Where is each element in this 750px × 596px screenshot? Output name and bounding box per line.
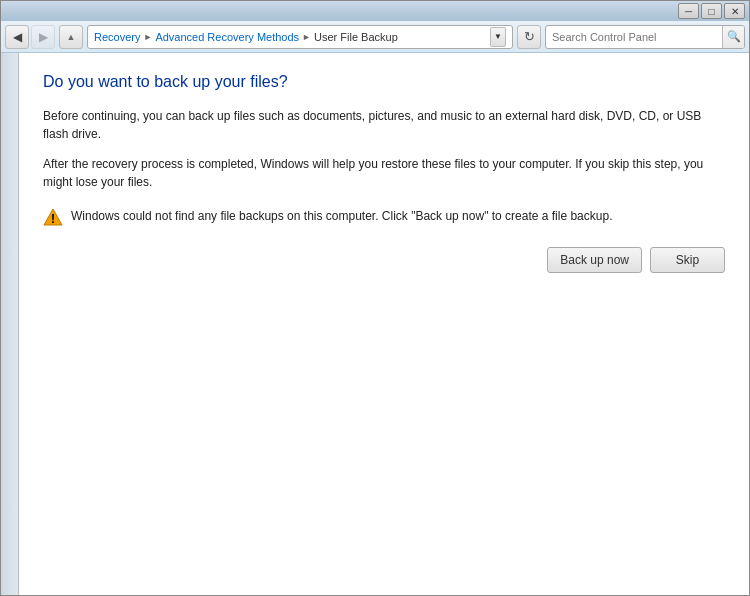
breadcrumb-sep-2: ► bbox=[302, 32, 311, 42]
breadcrumb: Recovery ► Advanced Recovery Methods ► U… bbox=[87, 25, 513, 49]
main-area: Do you want to back up your files? Befor… bbox=[1, 53, 749, 595]
forward-button[interactable]: ▶ bbox=[31, 25, 55, 49]
main-window: ─ □ ✕ ◀ ▶ ▲ Recovery ► Advanced Recovery… bbox=[0, 0, 750, 596]
back-button[interactable]: ◀ bbox=[5, 25, 29, 49]
search-icon[interactable]: 🔍 bbox=[722, 26, 744, 48]
refresh-button[interactable]: ↻ bbox=[517, 25, 541, 49]
content-paragraph-1: Before continuing, you can back up files… bbox=[43, 107, 725, 143]
breadcrumb-sep-1: ► bbox=[143, 32, 152, 42]
title-bar: ─ □ ✕ bbox=[1, 1, 749, 21]
page-title: Do you want to back up your files? bbox=[43, 73, 725, 91]
breadcrumb-recovery[interactable]: Recovery bbox=[94, 31, 140, 43]
close-button[interactable]: ✕ bbox=[724, 3, 745, 19]
warning-box: ! Windows could not find any file backup… bbox=[43, 207, 725, 227]
sidebar bbox=[1, 53, 19, 595]
up-button[interactable]: ▲ bbox=[59, 25, 83, 49]
breadcrumb-dropdown[interactable]: ▼ bbox=[490, 27, 506, 47]
content-paragraph-2: After the recovery process is completed,… bbox=[43, 155, 725, 191]
skip-button[interactable]: Skip bbox=[650, 247, 725, 273]
minimize-button[interactable]: ─ bbox=[678, 3, 699, 19]
search-input[interactable] bbox=[546, 31, 722, 43]
window-controls: ─ □ ✕ bbox=[678, 3, 745, 19]
breadcrumb-current: User File Backup bbox=[314, 31, 398, 43]
button-row: Back up now Skip bbox=[43, 247, 725, 273]
nav-buttons: ◀ ▶ bbox=[5, 25, 55, 49]
nav-bar: ◀ ▶ ▲ Recovery ► Advanced Recovery Metho… bbox=[1, 21, 749, 53]
backup-now-button[interactable]: Back up now bbox=[547, 247, 642, 273]
maximize-button[interactable]: □ bbox=[701, 3, 722, 19]
breadcrumb-advanced[interactable]: Advanced Recovery Methods bbox=[155, 31, 299, 43]
warning-text: Windows could not find any file backups … bbox=[71, 207, 612, 225]
content-panel: Do you want to back up your files? Befor… bbox=[19, 53, 749, 595]
warning-icon: ! bbox=[43, 207, 63, 227]
svg-text:!: ! bbox=[51, 212, 55, 226]
search-bar: 🔍 bbox=[545, 25, 745, 49]
